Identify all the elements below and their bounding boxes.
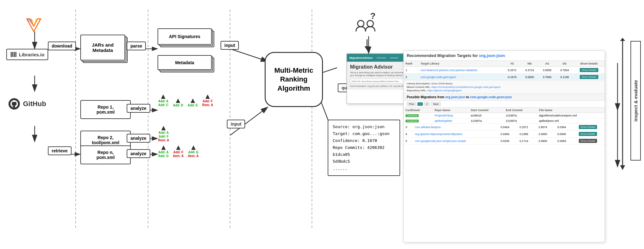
jars-metadata-box: JARs andMetadata [80,35,128,63]
info-repo-commits: Repo Commits: 4206302 [333,144,395,151]
diff-group-2: Add: AAdd: FRem: A [158,126,169,142]
col-s: #S [503,61,521,67]
diff-group-3: Add: AAdd: G Add: FItem: A Add: EItem: A [158,145,198,158]
libraries-logo-text: Libraries.io [19,52,44,57]
next-btn[interactable]: Next [431,102,440,106]
mig-from: org.json:json [445,95,465,99]
svg-rect-27 [11,52,12,57]
metadata-box: Metadata [158,55,214,72]
github-logo-text: GitHub [23,100,46,108]
ui-brand: MigrationAdvisor [349,56,373,59]
library-detail-panel: Library Description: Gson JSON library M… [404,81,605,94]
svg-point-33 [358,20,364,27]
svg-point-31 [9,98,20,110]
algorithm-text: Multi-MetricRankingAlgorithm [274,66,313,93]
info-ellipsis: ...... [333,165,395,172]
svg-text:?: ? [370,11,376,21]
repon-text: Repo n,pom.xml [96,150,115,160]
migrations-table: Confirmed Repo Name Start Commit End Com… [404,108,605,124]
results-table: Rank Target Library #S MS AS DS Show Det… [404,61,605,81]
info-source: Source: org.json:json [333,123,395,130]
user-icon-area: ? [353,9,381,50]
svg-rect-29 [14,52,15,57]
algorithm-box: Multi-MetricRankingAlgorithm [265,52,323,107]
col-ds: DS [556,61,573,67]
svg-marker-38 [620,38,625,41]
inspect-bracket [616,38,629,170]
ui-nav-libraries: Libraries [377,56,386,59]
github-logo: GitHub [8,98,46,110]
inspect-evaluate-label: inspect & evaluate [630,41,641,161]
api-signatures-box: API Signatures [158,28,214,47]
show-details-btn-4[interactable]: Show Details [579,132,597,136]
svg-point-34 [367,20,373,27]
pagination: Prev 1 2 Next [404,101,605,108]
api-signatures-text: API Signatures [169,34,200,39]
prev-btn[interactable]: Prev [407,102,416,106]
lib-desc: Gson JSON library [431,82,452,85]
metadata-text: Metadata [175,60,194,65]
repo1-text: Repo 1,pom.xml [96,105,115,115]
lib-repo-url: https://github.com/google/gson [427,89,462,92]
libraries-logo: Libraries.io [6,49,48,60]
col-as: AS [538,61,556,67]
svg-marker-36 [365,46,370,50]
repon-box: Repo n,pom.xml [80,145,131,164]
results-area: Recommended Migration Targets for org.js… [403,50,605,242]
col-library: Target Library [419,61,503,67]
col-show: Show Details [573,61,605,67]
show-details-btn-2[interactable]: Show Details [580,75,598,79]
input-label-2: input [227,120,245,128]
info-target: Target: com.goo...:gson [333,130,395,137]
table-row-3: 3 com.alibaba:fastjson 0.0454 0.2571 2.8… [404,124,605,131]
repo1-box: Repo 1,pom.xml [80,100,131,119]
show-details-btn-5[interactable]: Show Details [579,139,597,143]
info-commit1: b1dca05 [333,151,395,158]
analyze3-label: analyze [127,149,150,158]
show-details-btn-3[interactable]: Show Details [579,125,597,129]
col-rank: Rank [404,61,419,67]
jars-metadata-text: JARs andMetadata [92,42,113,53]
retrieve-label: retrieve [48,146,72,155]
page-1-btn[interactable]: 1 [417,102,423,106]
repo2-text: Repo 2,tool/pom.xml [92,135,119,145]
migrations-header: Possible Migrations from org.json:json t… [404,94,605,101]
svg-marker-39 [620,165,625,170]
svg-line-10 [230,49,268,61]
svg-rect-30 [15,52,16,57]
analyze1-label: analyze [127,104,150,113]
table-row-5: 5 com.googlecode.json-simple:json-simple… [404,138,605,144]
table-row: 1 com.fasterxml.jackson.core:jackson-dat… [404,67,605,74]
more-results-table: 3 com.alibaba:fastjson 0.0454 0.2571 2.8… [404,124,605,144]
migration-row-2: Confirmed apifest/apifest 121897a 121897… [404,118,605,124]
diagram-container: Libraries.io GitHub download JARs andMet… [0,0,644,249]
diff-group-1: Add: AAdd: C Add: D Add: E Add: FRem: A [158,94,213,107]
col-ms: MS [521,61,538,67]
input-label-1: input [221,41,239,50]
results-library: org.json:json [479,53,505,58]
info-confidence: Confidence: 0.1670 [333,137,395,144]
parse-label: parse [127,42,146,50]
show-details-btn-1[interactable]: Show Details [580,68,598,72]
mig-to: com.google.code.gson:json [470,95,512,99]
maven-logo [25,17,44,35]
info-commit2: 5d9bdc5 [333,158,395,165]
ui-nav-advisor: Advisor [390,56,399,59]
migration-row-1: Confirmed ProjectMOEep ec08415 121897a a… [404,113,605,118]
analyze2-label: analyze [127,134,150,143]
table-row-4: 4 org.apache.httpcomponents:httpclient 0… [404,131,605,138]
page-2-btn[interactable]: 2 [424,102,430,106]
results-title: Recommended Migration Targets for org.js… [407,53,601,58]
download-label: download [48,42,76,50]
info-box: Source: org.json:json Target: com.goo...… [328,120,400,176]
lib-maven-url: https://mvnrepository.com/artifact/com.g… [431,86,501,88]
table-row: 2 com.google.code.gson:gson 0.1675 0.600… [404,74,605,81]
svg-rect-28 [12,52,13,57]
